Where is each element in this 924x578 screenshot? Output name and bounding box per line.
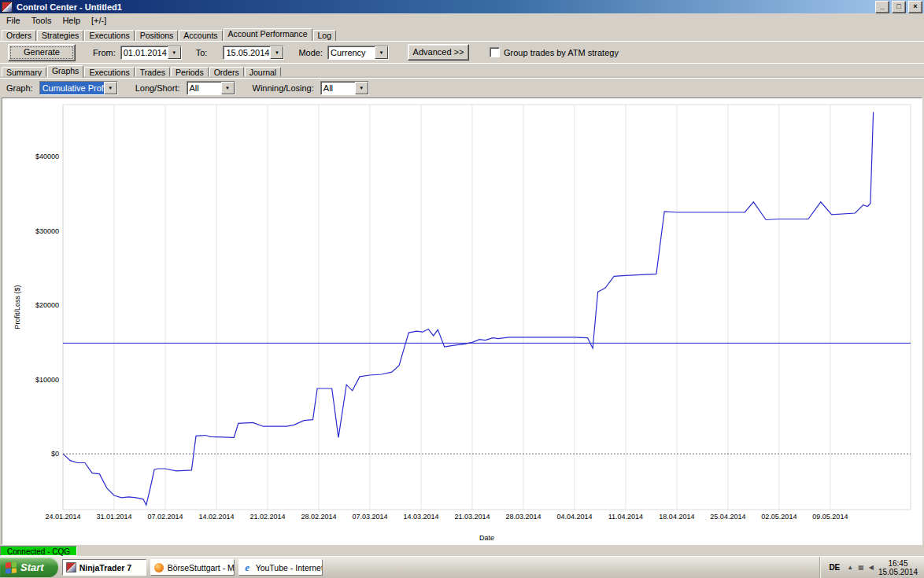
graph-type-combobox[interactable]: Cumulative Profit ▼ [39, 81, 118, 95]
taskbar-item-firefox[interactable]: BörseStuttgart - Mozil... [150, 559, 235, 576]
clock-date: 15.05.2014 [878, 568, 918, 576]
to-date-value: 15.05.2014 [224, 46, 270, 59]
x-tick-label: 21.03.2014 [454, 513, 490, 521]
mode-combobox[interactable]: Currency ▼ [327, 46, 389, 60]
start-button[interactable]: Start [0, 558, 58, 577]
subtab-trades[interactable]: Trades [135, 67, 170, 78]
generate-button[interactable]: Generate [8, 44, 76, 61]
graph-type-value: Cumulative Profit [40, 82, 104, 94]
chevron-down-icon[interactable]: ▼ [270, 46, 283, 59]
subtab-graphs[interactable]: Graphs [47, 65, 83, 78]
sub-tabstrip: Summary Graphs Executions Trades Periods… [0, 63, 924, 78]
subtab-summary[interactable]: Summary [2, 67, 46, 78]
x-tick-label: 14.02.2014 [198, 513, 234, 521]
x-tick-label: 14.03.2014 [403, 513, 438, 521]
y-tick-label: $0 [51, 450, 59, 458]
subtab-executions[interactable]: Executions [84, 67, 134, 78]
long-short-combobox[interactable]: All ▼ [187, 81, 235, 95]
y-tick-label: $20000 [35, 301, 59, 309]
graph-label: Graph: [6, 83, 33, 93]
subtab-orders[interactable]: Orders [209, 67, 244, 78]
subtab-periods[interactable]: Periods [171, 67, 209, 78]
tab-accounts[interactable]: Accounts [179, 30, 222, 41]
taskbar-item-internet-explorer[interactable]: e YouTube - Internet E... [238, 559, 323, 576]
group-trades-checkbox[interactable]: Group trades by ATM strategy [490, 47, 619, 57]
app-icon [2, 2, 13, 13]
task-label: NinjaTrader 7 [79, 563, 132, 572]
menubar: File Tools Help [+/-] [0, 13, 924, 27]
chevron-down-icon[interactable]: ▼ [375, 46, 388, 59]
y-axis-label: Profit/Loss ($) [13, 285, 21, 329]
tab-log[interactable]: Log [313, 30, 337, 41]
x-tick-label: 25.04.2014 [710, 513, 745, 521]
x-tick-label: 11.04.2014 [608, 513, 643, 521]
menu-plus-minus[interactable]: [+/-] [86, 15, 112, 26]
volume-icon[interactable]: ◀ [869, 565, 874, 571]
chevron-down-icon[interactable]: ▼ [221, 82, 235, 94]
titlebar: Control Center - Untitled1 _ □ × [0, 0, 924, 13]
maximize-button[interactable]: □ [892, 1, 906, 13]
chevron-down-icon[interactable]: ▼ [355, 82, 368, 94]
x-tick-label: 04.04.2014 [556, 513, 592, 521]
x-tick-label: 09.05.2014 [812, 513, 848, 521]
tab-account-performance[interactable]: Account Performance [224, 28, 312, 41]
windows-logo-icon [6, 561, 17, 573]
system-tray: DE ▲ ▦ ◀ 16:45 15.05.2014 [819, 557, 924, 578]
taskbar-item-ninjatrader[interactable]: NinjaTrader 7 [62, 559, 146, 576]
x-tick-label: 28.03.2014 [505, 513, 541, 521]
mode-value: Currency [328, 46, 375, 59]
chevron-down-icon[interactable]: ▼ [104, 82, 117, 94]
winning-losing-combobox[interactable]: All ▼ [320, 81, 369, 95]
y-tick-label: $10000 [35, 376, 59, 384]
plot-area [63, 105, 911, 510]
menu-tools[interactable]: Tools [26, 15, 57, 26]
x-axis-label: Date [479, 534, 494, 542]
network-icon[interactable]: ▦ [858, 565, 864, 571]
minimize-button[interactable]: _ [875, 1, 889, 13]
tab-positions[interactable]: Positions [135, 30, 179, 41]
y-tick-label: $40000 [35, 153, 59, 160]
desktop-screen: Control Center - Untitled1 _ □ × File To… [0, 0, 924, 578]
language-indicator[interactable]: DE [826, 562, 842, 572]
menu-help[interactable]: Help [57, 15, 86, 26]
x-tick-label: 24.01.2014 [45, 513, 80, 521]
task-label: YouTube - Internet E... [256, 563, 323, 572]
x-tick-label: 28.02.2014 [301, 513, 336, 521]
firefox-icon [154, 562, 164, 572]
long-short-value: All [187, 82, 221, 94]
long-short-label: Long/Short: [135, 83, 180, 93]
taskbar: Start NinjaTrader 7 BörseStuttgart - Moz… [0, 556, 924, 578]
window-title: Control Center - Untitled1 [15, 2, 873, 12]
checkbox-icon[interactable] [490, 47, 500, 57]
chevron-down-icon[interactable]: ▼ [168, 46, 181, 59]
internet-explorer-icon: e [242, 562, 253, 572]
subtab-journal[interactable]: Journal [245, 67, 281, 78]
advanced-button[interactable]: Advanced >> [408, 44, 469, 61]
hide-icons-chevron-icon[interactable]: ▲ [847, 565, 853, 571]
close-button[interactable]: × [908, 1, 922, 13]
x-tick-label: 02.05.2014 [761, 513, 796, 521]
x-tick-label: 07.03.2014 [352, 513, 387, 521]
performance-toolbar: Generate From: 01.01.2014 ▼ To: 15.05.20… [0, 41, 924, 63]
to-date-combobox[interactable]: 15.05.2014 ▼ [223, 46, 284, 60]
menu-file[interactable]: File [1, 15, 26, 26]
tab-orders[interactable]: Orders [2, 30, 36, 41]
mode-label: Mode: [298, 48, 323, 57]
statusbar: Connected - CQG [0, 546, 924, 556]
start-label: Start [20, 561, 44, 573]
winning-losing-value: All [321, 82, 355, 94]
y-tick-label: $30000 [35, 227, 59, 235]
cumulative-profit-chart: 24.01.201431.01.201407.02.201414.02.2014… [2, 98, 922, 544]
from-date-combobox[interactable]: 01.01.2014 ▼ [120, 46, 182, 60]
tab-strategies[interactable]: Strategies [37, 30, 83, 41]
x-tick-label: 18.04.2014 [659, 513, 694, 521]
to-label: To: [196, 48, 208, 57]
control-center-window: Control Center - Untitled1 _ □ × File To… [0, 0, 924, 556]
task-label: BörseStuttgart - Mozil... [168, 563, 235, 572]
from-label: From: [93, 48, 116, 57]
clock-time: 16:45 [878, 559, 918, 568]
graph-controls: Graph: Cumulative Profit ▼ Long/Short: A… [0, 78, 924, 98]
clock: 16:45 15.05.2014 [878, 559, 918, 576]
group-trades-label: Group trades by ATM strategy [504, 48, 619, 57]
tab-executions[interactable]: Executions [84, 30, 134, 41]
